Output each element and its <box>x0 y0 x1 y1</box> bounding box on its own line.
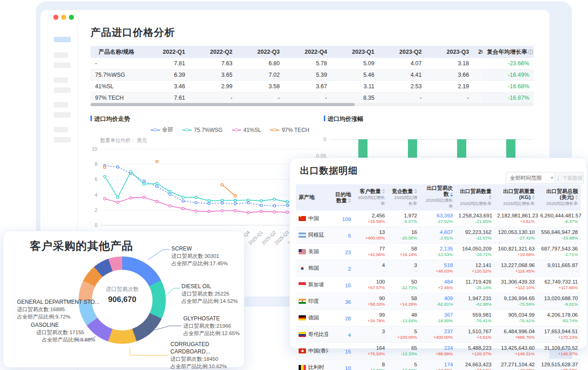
metric-cell: 100+67.57% <box>354 277 388 293</box>
export-table-row[interactable]: 美国2377+42.86%58+18.18%2,135-13.53%164,05… <box>296 244 581 260</box>
metric-cell: 1,258,243,691-21.55% <box>456 211 494 227</box>
column-header-quarter: 2023-Q2 <box>379 46 426 58</box>
cagr-cell: -16.49% <box>482 69 534 81</box>
minimize-window-icon[interactable] <box>61 15 66 20</box>
destination-count-cell[interactable]: 15 <box>331 277 354 293</box>
price-cell: - <box>190 92 237 104</box>
metric-cell: 1,510,767+4.51% <box>456 326 494 343</box>
origin-cell: 新加坡 <box>296 277 331 293</box>
column-header-quarter: 2023-Q1 <box>332 46 379 58</box>
sort-icon[interactable] <box>348 198 351 203</box>
sidebar-item-placeholder <box>54 127 68 132</box>
origin-cell: 德国 <box>296 310 331 326</box>
flag-icon-co <box>299 332 306 337</box>
price-cell: 8.35 <box>332 92 379 104</box>
export-table: 原产地目的地数量客户数量2025同比增长率竞企数量2025同比增长率出口贸易次数… <box>296 184 581 370</box>
metric-cell: 3- <box>354 326 388 343</box>
destination-count-cell[interactable]: 15 <box>331 343 354 359</box>
metric-cell[interactable]: 237+400.00% <box>420 326 456 343</box>
export-table-row[interactable]: 中国1092,456+15.58%1,972-6.07%63,393-27.52… <box>296 211 581 227</box>
metric-cell[interactable]: 4,607-2.81% <box>420 227 456 244</box>
export-table-row[interactable]: 印度3690+58.33%58+14.29%409-62.81%1,947,23… <box>296 293 581 310</box>
product-name-cell: 75.7%WSG <box>90 69 142 81</box>
sort-icon[interactable] <box>532 195 535 199</box>
metric-cell: 48-13.64% <box>388 310 420 326</box>
sort-icon[interactable] <box>450 192 453 197</box>
destination-count-cell[interactable]: 2 <box>331 260 354 277</box>
metric-cell[interactable]: 484+2.46% <box>420 277 456 293</box>
metric-cell: 31,306,439.33+112.10% <box>494 277 537 293</box>
metric-cell[interactable]: 63,393-27.52% <box>420 211 456 227</box>
export-column-header[interactable]: 出口贸易重量(KG)2025同比增长率 <box>494 184 537 211</box>
metric-cell[interactable]: 518+48.03% <box>420 260 456 277</box>
price-table-row[interactable]: 41%SL3.462.993.583.673.112.532.19-16.68% <box>90 81 534 92</box>
destination-count-cell[interactable]: 109 <box>331 211 354 227</box>
flag-icon-ar <box>299 233 306 238</box>
destination-count-cell[interactable]: 23 <box>331 244 354 260</box>
export-table-row[interactable]: 新加坡15100+67.57%50-22.73%484+2.46%11,719,… <box>296 277 581 293</box>
sort-icon[interactable] <box>382 189 385 194</box>
export-column-header[interactable]: 客户数量2025同比增长率 <box>354 184 388 211</box>
export-column-header[interactable]: 出口贸易总额(美元)2025同比增长率 <box>537 184 581 211</box>
time-range-select[interactable]: 全部时间范围 ▼ <box>506 172 558 184</box>
legend-item[interactable]: 97% TECH <box>270 127 309 133</box>
price-cell: 4.41 <box>379 69 426 81</box>
export-table-header-row: 原产地目的地数量客户数量2025同比增长率竞企数量2025同比增长率出口贸易次数… <box>296 184 581 211</box>
destination-count-cell[interactable]: 4 <box>331 326 354 343</box>
export-column-header[interactable]: 出口贸易数量2025同比增长率 <box>456 184 494 211</box>
price-table-row[interactable]: -7.817.636.805.785.094.073.18-23.66% <box>90 58 534 69</box>
metric-cell[interactable]: 367-18.80% <box>420 310 456 326</box>
price-cell: 5.78 <box>284 58 332 69</box>
export-table-row[interactable]: 中国(香港)15164+75.93%65-13.33%224+88.89%5,4… <box>296 343 581 359</box>
sidebar-item-placeholder <box>54 112 71 118</box>
legend-item[interactable]: 41%SL <box>232 127 261 133</box>
price-table-row[interactable]: 75.7%WSG6.393.657.025.395.464.413.66-16.… <box>90 69 534 81</box>
export-table-row[interactable]: 阿根廷613+400.00%16-20.00%4,607-2.81%92,223… <box>296 227 581 244</box>
sort-icon[interactable] <box>414 189 417 194</box>
download-data-button[interactable]: ⭳ 下载数据 <box>554 172 584 184</box>
export-column-header[interactable]: 目的地数量 <box>331 184 354 211</box>
metric-cell: 1,947,231-42.88% <box>456 293 494 310</box>
export-table-row[interactable]: 德国2899+34.78%48-13.64%367-18.80%559,981-… <box>296 310 581 326</box>
price-cell: 4.07 <box>379 58 426 69</box>
metric-cell: 77+42.86% <box>354 244 388 260</box>
price-cell: 2.99 <box>190 81 237 92</box>
destination-count-cell[interactable]: 6 <box>331 227 354 244</box>
sidebar-item-placeholder <box>54 137 71 142</box>
destination-count-cell[interactable]: 36 <box>331 293 354 310</box>
export-column-header[interactable]: 竞企数量2025同比增长率 <box>388 184 420 211</box>
metric-cell[interactable]: 2,135-13.53% <box>420 244 456 260</box>
metric-cell: 164,050,209-18.71% <box>456 244 494 260</box>
export-column-header[interactable]: 出口贸易次数2025同比增长率 <box>420 184 456 211</box>
destination-count-cell[interactable]: 10 <box>331 359 354 370</box>
metric-cell: 12,141+120.52% <box>456 260 494 277</box>
scrollbar-thumb[interactable] <box>90 103 355 106</box>
legend-item[interactable]: 全部 <box>151 126 173 134</box>
flag-icon-de <box>299 315 306 320</box>
pie-label-screw: SCREW 进口贸易次数:30301 占全部产品比例:17.45% <box>171 245 228 267</box>
metric-cell[interactable]: 224+88.89% <box>420 343 456 359</box>
metric-cell: 2,182,981,861.23+3.61% <box>494 211 537 227</box>
price-table-row[interactable]: 97% TECH7.61---8.35---16.87% <box>90 92 534 104</box>
legend-item[interactable]: 75.7%WSG <box>182 127 223 133</box>
export-table-row[interactable]: 比利时108-40.00%5-50.00%174+24.39%24,663,42… <box>296 359 581 370</box>
metric-cell: 50-22.73% <box>388 277 420 293</box>
sort-icon[interactable] <box>575 195 578 199</box>
column-header-cagr[interactable]: 复合年均增长率ⓘ <box>482 46 534 58</box>
metric-cell[interactable]: 409-62.81% <box>420 293 456 310</box>
sort-icon[interactable] <box>489 195 492 199</box>
export-table-row[interactable]: 哥伦比亚43-5+100.00%237+400.00%1,510,767+4.5… <box>296 326 581 343</box>
origin-cell: 中国(香港) <box>296 343 331 359</box>
horizontal-scrollbar[interactable] <box>90 103 534 106</box>
flag-icon-hk <box>299 348 306 353</box>
maximize-window-icon[interactable] <box>69 15 74 20</box>
destination-count-cell[interactable]: 28 <box>331 310 354 326</box>
price-cell: 3.11 <box>332 81 379 92</box>
export-table-row[interactable]: 韩国24-3-518+48.03%12,141+120.52%13,227,06… <box>296 260 581 277</box>
sidebar-item-placeholder <box>54 102 68 108</box>
sidebar-item-placeholder <box>54 77 68 83</box>
price-cell: 5.46 <box>332 69 379 81</box>
donut-center-label: 进口贸易次数 <box>79 285 166 293</box>
metric-cell[interactable]: 174+24.39% <box>420 359 456 370</box>
close-window-icon[interactable] <box>53 15 58 20</box>
